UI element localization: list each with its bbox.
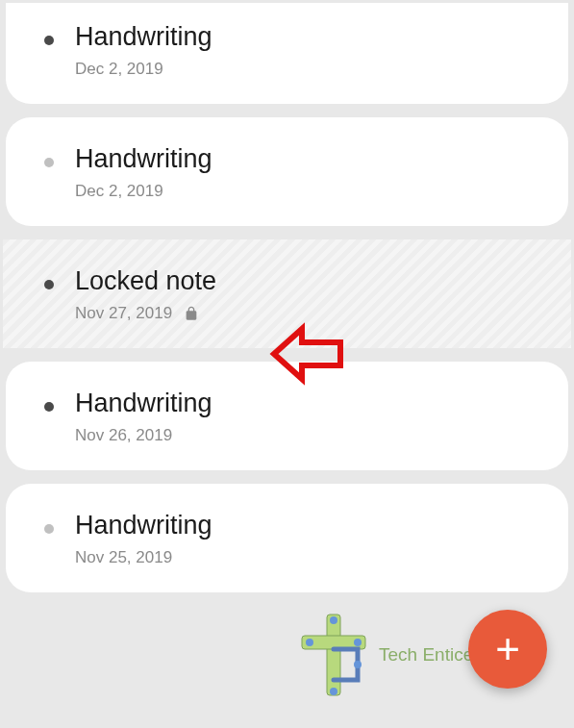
note-date: Dec 2, 2019 [75, 182, 163, 201]
notes-list: HandwritingDec 2, 2019HandwritingDec 2, … [0, 0, 574, 602]
note-meta: Dec 2, 2019 [75, 60, 535, 79]
svg-point-3 [354, 639, 362, 646]
watermark: Tech Entice [296, 611, 473, 699]
note-item[interactable]: Locked noteNov 27, 2019 [3, 239, 571, 348]
bullet-icon [44, 36, 54, 45]
note-content: HandwritingDec 2, 2019 [75, 144, 535, 201]
note-content: HandwritingNov 26, 2019 [75, 389, 535, 445]
note-meta: Dec 2, 2019 [75, 182, 535, 201]
note-content: HandwritingDec 2, 2019 [75, 22, 535, 79]
svg-rect-1 [302, 636, 365, 649]
note-date: Nov 26, 2019 [75, 426, 172, 445]
svg-point-2 [306, 639, 313, 646]
note-title: Handwriting [75, 389, 535, 418]
svg-point-6 [330, 688, 337, 695]
plus-icon: + [495, 628, 520, 670]
add-note-button[interactable]: + [468, 610, 547, 689]
svg-rect-0 [327, 615, 340, 695]
note-meta: Nov 27, 2019 [75, 304, 537, 323]
note-item[interactable]: HandwritingDec 2, 2019 [6, 3, 568, 104]
svg-point-4 [354, 661, 362, 668]
note-item[interactable]: HandwritingNov 26, 2019 [6, 362, 568, 470]
note-title: Handwriting [75, 144, 535, 174]
note-date: Nov 25, 2019 [75, 548, 172, 567]
bullet-icon [44, 280, 54, 289]
note-title: Handwriting [75, 22, 535, 52]
note-date: Nov 27, 2019 [75, 304, 172, 323]
note-title: Handwriting [75, 511, 535, 540]
note-item[interactable]: HandwritingDec 2, 2019 [6, 117, 568, 226]
note-item[interactable]: HandwritingNov 25, 2019 [6, 484, 568, 592]
bullet-icon [44, 402, 54, 412]
note-meta: Nov 25, 2019 [75, 548, 535, 567]
note-title: Locked note [75, 266, 537, 296]
note-content: Locked noteNov 27, 2019 [75, 266, 537, 323]
lock-icon [184, 305, 199, 322]
watermark-text: Tech Entice [379, 644, 473, 665]
note-date: Dec 2, 2019 [75, 60, 163, 79]
svg-point-5 [330, 616, 337, 624]
bullet-icon [44, 524, 54, 534]
note-meta: Nov 26, 2019 [75, 426, 535, 445]
bullet-icon [44, 158, 54, 167]
note-content: HandwritingNov 25, 2019 [75, 511, 535, 567]
